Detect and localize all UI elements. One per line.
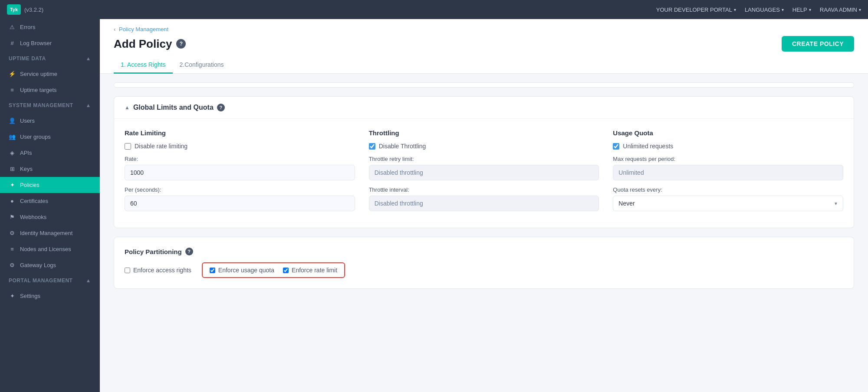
sidebar-item-keys[interactable]: ⊞ Keys [0,161,100,177]
uptime-icon: ⚡ [9,71,16,77]
admin-nav[interactable]: RAAVA ADMIN ▾ [820,7,861,13]
enforce-access-rights-label[interactable]: Enforce access rights [125,267,191,274]
certificates-icon: ● [9,198,16,204]
page-help-icon[interactable]: ? [176,39,186,49]
sidebar-item-service-uptime[interactable]: ⚡ Service uptime [0,66,100,82]
system-collapse-icon: ▲ [86,102,91,108]
partitioning-body: Policy Partitioning ? Enforce access rig… [114,237,854,288]
top-partial-card [114,82,854,88]
sidebar-section-uptime-data[interactable]: Uptime Data ▲ [0,51,100,66]
global-limits-section-header[interactable]: ▲ Global Limits and Quota ? [114,97,854,119]
global-limits-body: Rate Limiting Disable rate limiting Rate… [114,119,854,228]
sidebar-section-system-management[interactable]: System Management ▲ [0,98,100,113]
throttle-retry-label: Throttle retry limit: [369,156,599,162]
quota-resets-select[interactable]: Never Hourly Daily Weekly Monthly [613,196,843,211]
sidebar-section-portal-management[interactable]: Portal Management ▲ [0,273,100,288]
admin-chevron-icon: ▾ [859,7,861,12]
tab-configurations[interactable]: 2.Configurations [173,57,231,74]
disable-rate-label: Disable rate limiting [135,143,187,150]
rate-label: Rate: [125,156,355,162]
languages-chevron-icon: ▾ [782,7,784,12]
app-body: ⚠ Errors # Log Browser Uptime Data ▲ ⚡ S… [0,19,868,392]
enforce-usage-quota-label[interactable]: Enforce usage quota [210,267,274,274]
top-nav: Tyk (v3.2.2) YOUR DEVELOPER PORTAL ▾ LAN… [0,0,868,19]
per-field-group: Per (seconds): [125,186,355,211]
help-nav[interactable]: HELP ▾ [792,7,811,13]
collapse-icon: ▲ [125,105,130,111]
page-title-row: Add Policy ? CREATE POLICY [114,36,854,52]
rate-input[interactable] [125,165,355,180]
sidebar-item-uptime-targets[interactable]: ≡ Uptime targets [0,82,100,98]
throttle-interval-input[interactable] [369,196,599,211]
enforce-access-rights-checkbox[interactable] [125,268,130,273]
policies-icon: ✦ [9,182,16,188]
unlimited-requests-checkbox[interactable] [613,143,619,150]
settings-icon: ✦ [9,293,16,299]
languages-nav[interactable]: LANGUAGES ▾ [745,7,784,13]
usage-quota-col: Usage Quota Unlimited requests Max reque… [613,129,843,217]
sidebar-item-user-groups[interactable]: 👥 User groups [0,129,100,145]
per-input[interactable] [125,196,355,211]
max-requests-input[interactable] [613,165,843,180]
max-requests-label: Max requests per period: [613,156,843,162]
webhooks-icon: ⚑ [9,214,16,220]
sidebar-item-certificates[interactable]: ● Certificates [0,193,100,209]
page-header: ‹ Policy Management Add Policy ? CREATE … [100,19,868,74]
throttle-interval-label: Throttle interval: [369,186,599,193]
rate-limiting-col: Rate Limiting Disable rate limiting Rate… [125,129,355,217]
portal-chevron-icon: ▾ [734,7,736,12]
breadcrumb[interactable]: ‹ Policy Management [114,26,854,33]
throttle-retry-input[interactable] [369,165,599,180]
create-policy-button[interactable]: CREATE POLICY [782,36,854,52]
limits-grid: Rate Limiting Disable rate limiting Rate… [125,129,843,217]
sidebar-item-policies[interactable]: ✦ Policies [0,177,100,193]
page-title: Add Policy ? [114,37,186,51]
top-nav-left: Tyk (v3.2.2) [7,4,43,15]
partitioning-help-icon[interactable]: ? [185,248,193,255]
unlimited-requests-label: Unlimited requests [623,143,673,150]
global-limits-card: ▲ Global Limits and Quota ? Rate Limitin… [114,96,854,228]
identity-icon: ⚙ [9,230,16,236]
disable-throttle-checkbox[interactable] [369,143,375,150]
content-area: ▲ Global Limits and Quota ? Rate Limitin… [100,74,868,306]
users-icon: 👥 [9,134,16,140]
sidebar-item-log-browser[interactable]: # Log Browser [0,35,100,51]
portal-collapse-icon: ▲ [86,278,91,284]
sidebar-item-settings[interactable]: ✦ Settings [0,288,100,304]
enforce-rate-limit-label[interactable]: Enforce rate limit [283,267,337,274]
apis-icon: ◈ [9,150,16,156]
quota-resets-label: Quota resets every: [613,186,843,193]
nodes-icon: ≡ [9,246,16,252]
sidebar-item-apis[interactable]: ◈ APIs [0,145,100,161]
disable-rate-checkbox-row: Disable rate limiting [125,143,355,150]
per-label: Per (seconds): [125,186,355,193]
tyk-logo: Tyk [7,4,21,15]
tyk-version: (v3.2.2) [24,7,43,13]
uptime-collapse-icon: ▲ [86,56,91,62]
disable-rate-checkbox[interactable] [125,143,131,150]
tab-access-rights[interactable]: 1. Access Rights [114,57,173,74]
hash-icon: # [9,40,16,46]
sidebar-item-identity-management[interactable]: ⚙ Identity Management [0,225,100,241]
disable-throttle-checkbox-row: Disable Throttling [369,143,599,150]
sidebar: ⚠ Errors # Log Browser Uptime Data ▲ ⚡ S… [0,19,100,392]
partitioning-title-row: Policy Partitioning ? [125,248,843,255]
sidebar-item-nodes-licenses[interactable]: ≡ Nodes and Licenses [0,241,100,257]
partitioning-checkboxes-row: Enforce access rights Enforce usage quot… [125,262,843,278]
user-icon: 👤 [9,118,16,124]
enforce-rate-limit-checkbox[interactable] [283,268,289,273]
sidebar-item-gateway-logs[interactable]: ⚙ Gateway Logs [0,257,100,273]
developer-portal-nav[interactable]: YOUR DEVELOPER PORTAL ▾ [656,7,736,13]
sidebar-item-users[interactable]: 👤 Users [0,113,100,129]
rate-limiting-title: Rate Limiting [125,129,355,137]
global-limits-help-icon[interactable]: ? [217,104,225,111]
targets-icon: ≡ [9,87,16,93]
sidebar-item-webhooks[interactable]: ⚑ Webhooks [0,209,100,225]
throttle-retry-field-group: Throttle retry limit: [369,156,599,180]
sidebar-item-errors[interactable]: ⚠ Errors [0,19,100,35]
top-nav-right: YOUR DEVELOPER PORTAL ▾ LANGUAGES ▾ HELP… [656,7,861,13]
quota-resets-select-wrapper: Never Hourly Daily Weekly Monthly [613,196,843,211]
help-chevron-icon: ▾ [809,7,811,12]
disable-throttle-label: Disable Throttling [379,143,426,150]
enforce-usage-quota-checkbox[interactable] [210,268,215,273]
